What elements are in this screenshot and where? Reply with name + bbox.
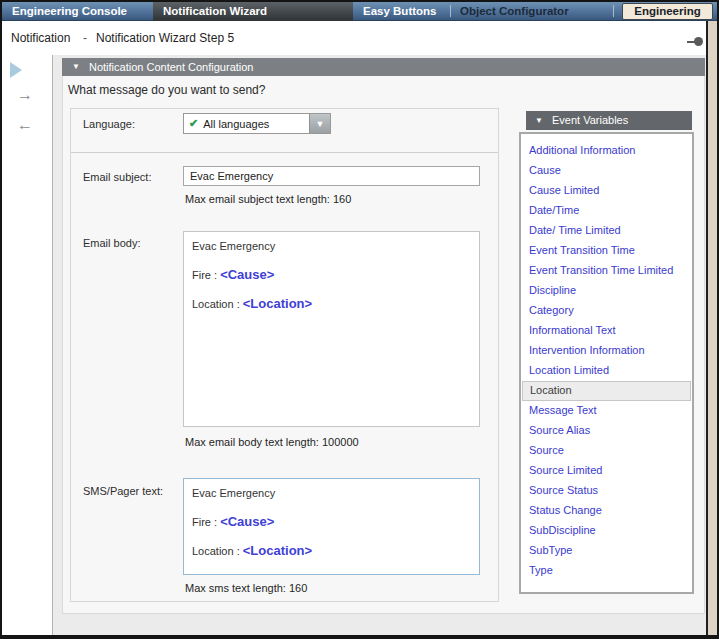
form-separator [71,152,498,153]
email-subject-input[interactable] [183,166,480,186]
tab-engineering-console[interactable]: Engineering Console [12,2,127,21]
message-title-line: Evac Emergency [192,486,471,501]
email-body-hint: Max email body text length: 100000 [185,436,359,448]
collapse-triangle-icon[interactable]: ▼ [535,111,543,130]
wizard-panel: ▼ Notification Content Configuration Wha… [62,58,705,614]
left-toolbar: → ← [2,55,53,635]
message-title-line: Evac Emergency [192,239,471,254]
top-tab-bar: Engineering Console Notification Wizard … [2,2,717,21]
event-variables-header[interactable]: ▼ Event Variables [526,111,692,130]
sms-pager-label: SMS/Pager text: [83,485,163,497]
message-fire-line: Fire : <Cause> [192,514,471,530]
email-subject-label: Email subject: [83,171,151,183]
engineering-mode-button[interactable]: Engineering [622,3,713,20]
event-variable-item[interactable]: Discipline [521,281,692,301]
previous-step-arrow-icon[interactable]: ← [17,116,39,134]
event-variable-item[interactable]: SubType [521,541,692,561]
event-variable-item[interactable]: Source [521,441,692,461]
event-variable-item[interactable]: Type [521,561,692,581]
panel-title: Notification Content Configuration [89,58,253,76]
tab-object-configurator[interactable]: Object Configurator [460,2,569,21]
chevron-down-icon: ▼ [316,119,325,129]
event-variable-item[interactable]: Category [521,301,692,321]
run-play-icon[interactable] [10,62,22,78]
wizard-question: What message do you want to send? [68,83,265,97]
sms-hint: Max sms text length: 160 [185,582,307,594]
event-variable-item[interactable]: Source Alias [521,421,692,441]
fire-prefix: Fire : [192,269,220,281]
event-variables-list: Additional InformationCauseCause Limited… [519,132,694,594]
location-prefix: Location : [192,545,243,557]
language-dropdown-value: ✔ All languages [184,114,309,133]
fire-prefix: Fire : [192,516,220,528]
event-variable-item[interactable]: Cause [521,161,692,181]
check-icon: ✔ [189,117,198,130]
language-selected-text: All languages [203,118,269,130]
event-variable-item[interactable]: Additional Information [521,141,692,161]
next-step-arrow-icon[interactable]: → [17,86,39,104]
event-variable-item[interactable]: Source Status [521,481,692,501]
breadcrumb-separator: - [83,21,87,55]
tab-easy-buttons[interactable]: Easy Buttons [363,2,437,21]
cause-variable-token[interactable]: <Cause> [220,267,274,282]
email-subject-hint: Max email subject text length: 160 [185,193,351,205]
event-variables-title: Event Variables [552,111,628,130]
event-variable-item[interactable]: Date/Time [521,201,692,221]
tab-notification-wizard[interactable]: Notification Wizard [153,2,353,21]
language-dropdown[interactable]: ✔ All languages ▼ [183,113,331,134]
breadcrumb-root[interactable]: Notification [11,21,70,55]
breadcrumb-bar: Notification - Notification Wizard Step … [2,21,717,55]
message-location-line: Location : <Location> [192,296,471,312]
event-variable-item[interactable]: Location Limited [521,361,692,381]
language-label: Language: [83,118,135,130]
email-body-label: Email body: [83,237,140,249]
event-variable-item[interactable]: Date/ Time Limited [521,221,692,241]
notification-content-configuration-header[interactable]: ▼ Notification Content Configuration [62,58,705,76]
event-variable-item[interactable]: Cause Limited [521,181,692,201]
message-location-line: Location : <Location> [192,543,471,559]
pin-head [694,37,703,46]
sms-pager-textarea[interactable]: Evac Emergency Fire : <Cause> Location :… [183,478,480,575]
tab-separator [613,5,614,17]
location-prefix: Location : [192,298,243,310]
collapse-triangle-icon[interactable]: ▼ [72,58,80,76]
event-variable-item-selected[interactable]: Location [522,381,691,401]
application-window: Engineering Console Notification Wizard … [0,0,719,639]
tab-separator [450,5,451,17]
event-variable-item[interactable]: Intervention Information [521,341,692,361]
event-variable-item[interactable]: Message Text [521,401,692,421]
language-dropdown-button[interactable]: ▼ [309,114,330,133]
event-variable-item[interactable]: Status Change [521,501,692,521]
event-variable-item[interactable]: SubDiscipline [521,521,692,541]
event-variable-item[interactable]: Event Transition Time [521,241,692,261]
message-form: Language: ✔ All languages ▼ Email subjec… [70,108,499,602]
event-variable-item[interactable]: Source Limited [521,461,692,481]
cause-variable-token[interactable]: <Cause> [220,514,274,529]
message-fire-line: Fire : <Cause> [192,267,471,283]
event-variable-item[interactable]: Event Transition Time Limited [521,261,692,281]
email-body-textarea[interactable]: Evac Emergency Fire : <Cause> Location :… [183,231,480,427]
location-variable-token[interactable]: <Location> [243,543,312,558]
main-area: → ← ▼ Notification Content Configuration… [2,55,717,635]
breadcrumb-current: Notification Wizard Step 5 [96,21,234,55]
event-variable-item[interactable]: Informational Text [521,321,692,341]
window-edge-strip [706,21,717,635]
pin-icon[interactable] [687,37,703,46]
location-variable-token[interactable]: <Location> [243,296,312,311]
